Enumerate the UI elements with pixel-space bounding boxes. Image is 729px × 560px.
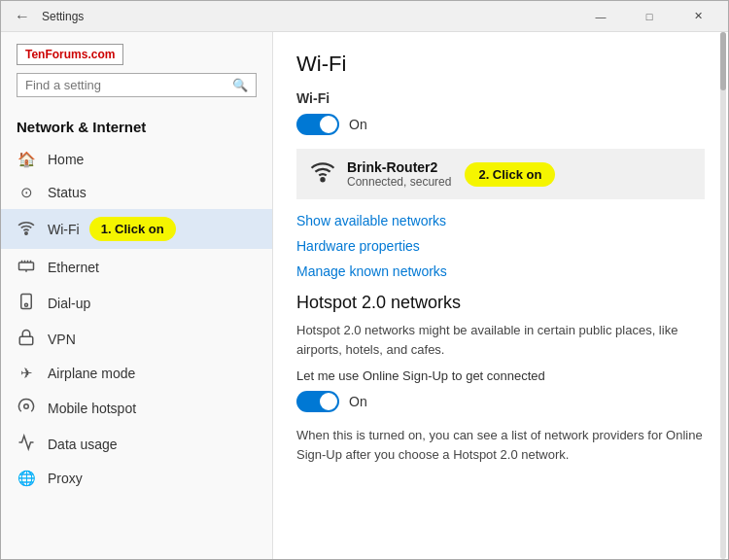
- site-logo: TenForums.com: [17, 44, 123, 65]
- sidebar-label-vpn: VPN: [48, 332, 76, 347]
- hotspot-desc: Hotspot 2.0 networks might be available …: [296, 321, 705, 359]
- sidebar-label-home: Home: [48, 152, 84, 167]
- hotspot-icon: [17, 398, 36, 418]
- dialup-icon: [17, 293, 36, 313]
- vpn-icon: [17, 329, 36, 349]
- window-controls: — □ ✕: [578, 1, 720, 32]
- settings-window: ← Settings — □ ✕ TenForums.com 🔍 Network…: [0, 0, 729, 560]
- hotspot-title: Hotspot 2.0 networks: [296, 293, 705, 313]
- back-button[interactable]: ←: [9, 3, 36, 30]
- network-wifi-icon: [310, 158, 335, 190]
- page-title: Wi-Fi: [296, 52, 705, 77]
- sidebar-item-dialup[interactable]: Dial-up: [1, 285, 272, 321]
- sidebar-item-vpn[interactable]: VPN: [1, 321, 272, 357]
- minimize-button[interactable]: —: [578, 1, 623, 32]
- sidebar-label-mobile-hotspot: Mobile hotspot: [48, 401, 136, 416]
- sidebar-item-mobile-hotspot[interactable]: Mobile hotspot: [1, 390, 272, 426]
- sidebar-label-status: Status: [48, 185, 87, 200]
- sidebar-item-data-usage[interactable]: Data usage: [1, 426, 272, 462]
- svg-point-0: [25, 232, 27, 234]
- wifi-toggle[interactable]: [296, 114, 339, 135]
- wifi-icon: [17, 219, 36, 239]
- window-title: Settings: [36, 10, 578, 23]
- sidebar-label-data-usage: Data usage: [48, 437, 118, 452]
- svg-point-6: [321, 178, 324, 181]
- sidebar-item-ethernet[interactable]: Ethernet: [1, 249, 272, 285]
- svg-rect-1: [19, 262, 34, 270]
- show-networks-row: Show available networks: [296, 213, 705, 228]
- network-box[interactable]: Brink-Router2 Connected, secured 2. Clic…: [296, 149, 705, 199]
- hotspot-footer: When this is turned on, you can see a li…: [296, 426, 705, 464]
- svg-rect-4: [19, 336, 33, 344]
- sidebar-item-airplane[interactable]: ✈ Airplane mode: [1, 357, 272, 390]
- wifi-callout: 1. Click on: [89, 217, 176, 241]
- scrollbar-track[interactable]: [720, 32, 726, 559]
- wifi-toggle-label: On: [349, 117, 367, 132]
- hotspot-toggle-value: On: [349, 394, 367, 409]
- network-name: Brink-Router2: [347, 159, 451, 175]
- sidebar-item-proxy[interactable]: 🌐 Proxy: [1, 462, 272, 495]
- network-callout: 2. Click on: [465, 162, 555, 187]
- hotspot-toggle-label: Let me use Online Sign-Up to get connect…: [296, 368, 705, 383]
- svg-point-5: [24, 404, 29, 409]
- sidebar-label-wifi: Wi-Fi: [48, 222, 80, 237]
- status-icon: ⊙: [17, 184, 36, 201]
- hardware-properties-link[interactable]: Hardware properties: [296, 238, 420, 254]
- sidebar-label-ethernet: Ethernet: [48, 260, 99, 275]
- window-content: TenForums.com 🔍 Network & Internet 🏠 Hom…: [1, 32, 728, 559]
- hotspot-toggle-row: On: [296, 391, 705, 412]
- wifi-toggle-row: On: [296, 114, 705, 135]
- search-input[interactable]: [25, 78, 232, 92]
- hotspot-toggle[interactable]: [296, 391, 339, 412]
- manage-networks-link[interactable]: Manage known networks: [296, 263, 447, 279]
- sidebar-item-home[interactable]: 🏠 Home: [1, 143, 272, 176]
- proxy-icon: 🌐: [17, 470, 36, 487]
- maximize-button[interactable]: □: [627, 1, 672, 32]
- data-usage-icon: [17, 434, 36, 454]
- search-box[interactable]: 🔍: [17, 73, 257, 97]
- sidebar-label-airplane: Airplane mode: [48, 366, 135, 381]
- close-button[interactable]: ✕: [676, 1, 720, 32]
- home-icon: 🏠: [17, 151, 36, 168]
- main-content: Wi-Fi Wi-Fi On Brink-Router2 Connected, …: [273, 32, 728, 559]
- search-icon: 🔍: [232, 78, 248, 92]
- sidebar-item-wifi[interactable]: Wi-Fi 1. Click on: [1, 209, 272, 249]
- airplane-icon: ✈: [17, 365, 36, 382]
- sidebar-label-dialup: Dial-up: [48, 296, 90, 311]
- sidebar-header: TenForums.com 🔍: [1, 32, 272, 113]
- svg-point-3: [25, 303, 28, 306]
- ethernet-icon: [17, 257, 36, 277]
- network-status: Connected, secured: [347, 175, 451, 189]
- wifi-section-label: Wi-Fi: [296, 90, 705, 106]
- sidebar-section-label: Network & Internet: [1, 113, 272, 143]
- show-networks-link[interactable]: Show available networks: [296, 213, 446, 228]
- manage-networks-row: Manage known networks: [296, 263, 705, 279]
- sidebar-label-proxy: Proxy: [48, 471, 83, 486]
- titlebar: ← Settings — □ ✕: [1, 1, 728, 32]
- network-info: Brink-Router2 Connected, secured: [347, 159, 451, 189]
- hardware-properties-row: Hardware properties: [296, 238, 705, 254]
- scrollbar-thumb[interactable]: [720, 32, 726, 90]
- sidebar: TenForums.com 🔍 Network & Internet 🏠 Hom…: [1, 32, 273, 559]
- sidebar-item-status[interactable]: ⊙ Status: [1, 176, 272, 209]
